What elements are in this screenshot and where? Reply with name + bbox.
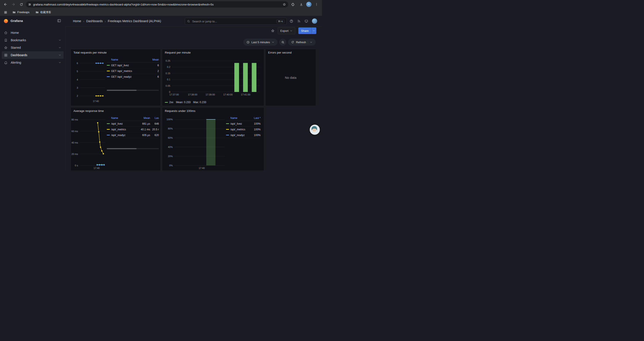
share-button[interactable]: Share bbox=[298, 28, 311, 34]
legend-row: /api/_readyz 100% bbox=[226, 132, 260, 138]
svg-text:0%: 0% bbox=[169, 164, 173, 167]
menu-kebab-icon[interactable] bbox=[313, 1, 320, 8]
legend-col-last[interactable]: Last * bbox=[250, 117, 260, 120]
sidebar-item-bookmarks[interactable]: Bookmarks bbox=[2, 37, 64, 44]
line-chart: 80 ms60 ms40 ms20 ms0 s17:40 bbox=[71, 115, 107, 171]
chevron-down-icon[interactable] bbox=[58, 46, 62, 49]
chevron-down-icon bbox=[272, 41, 274, 44]
series-name[interactable]: /api/_readyz bbox=[111, 134, 136, 137]
reload-icon[interactable] bbox=[18, 1, 24, 8]
time-range-picker[interactable]: Last 5 minutes bbox=[243, 39, 278, 46]
search-input[interactable] bbox=[192, 20, 275, 23]
bookmark-icon bbox=[4, 38, 8, 42]
svg-text:80%: 80% bbox=[168, 127, 173, 130]
legend-row: /api/_metrics 100% bbox=[226, 127, 260, 132]
series-name[interactable]: GET /api/_livez bbox=[111, 64, 147, 67]
svg-text:20%: 20% bbox=[168, 155, 173, 158]
legend-scrollbar[interactable] bbox=[107, 148, 159, 149]
series-name[interactable]: /api/_metrics bbox=[230, 128, 250, 131]
chevron-down-icon[interactable] bbox=[58, 39, 62, 42]
legend-col-name[interactable]: Name bbox=[226, 117, 250, 120]
sidebar-item-label: Dashboards bbox=[11, 53, 28, 57]
sidebar-toggle-icon[interactable] bbox=[57, 19, 61, 23]
bell-icon bbox=[4, 61, 8, 65]
chevron-down-icon[interactable] bbox=[310, 41, 312, 44]
series-mean: 661 µs bbox=[136, 122, 150, 125]
legend-col-mean[interactable]: Mean bbox=[147, 58, 159, 61]
series-color-dash bbox=[107, 135, 110, 135]
apps-grid-icon[interactable] bbox=[3, 10, 8, 15]
help-icon[interactable] bbox=[290, 19, 293, 23]
series-name[interactable]: /api/_readyz bbox=[230, 134, 250, 137]
export-button[interactable]: Export bbox=[278, 27, 296, 34]
legend-col-last[interactable]: Las bbox=[150, 117, 159, 120]
search-icon bbox=[187, 20, 190, 23]
forward-icon[interactable] bbox=[10, 1, 17, 8]
floating-avatar[interactable] bbox=[310, 125, 320, 135]
share-menu-caret[interactable] bbox=[311, 28, 316, 34]
bookmark-folder-freeleaps[interactable]: Freeleaps bbox=[10, 10, 31, 15]
series-legend-item[interactable]: 2xx bbox=[165, 101, 174, 104]
sidebar-item-starred[interactable]: Starred bbox=[2, 44, 64, 51]
tune-icon[interactable] bbox=[28, 3, 31, 6]
legend-col-name[interactable]: Name bbox=[107, 58, 147, 61]
series-last: 100% bbox=[250, 134, 260, 137]
svg-text:3: 3 bbox=[77, 87, 78, 89]
series-color-dash bbox=[107, 123, 110, 124]
series-last: 20.5 r bbox=[150, 128, 159, 131]
series-name[interactable]: /api/_livez bbox=[111, 122, 136, 125]
user-avatar[interactable] bbox=[312, 19, 317, 24]
series-name[interactable]: GET /api/_metrics bbox=[111, 70, 147, 73]
legend-col-mean[interactable]: Mean bbox=[136, 117, 150, 120]
downloads-icon[interactable] bbox=[298, 1, 304, 8]
breadcrumb-dashboards[interactable]: Dashboards bbox=[86, 19, 103, 23]
panel-title[interactable]: Errors per second bbox=[266, 49, 316, 58]
news-rss-icon[interactable] bbox=[297, 19, 301, 23]
bookmark-star-icon[interactable] bbox=[282, 3, 286, 6]
bookmark-label: Freeleaps bbox=[17, 11, 30, 14]
legend-row: /api/_readyz 605 µs 620 bbox=[107, 132, 159, 138]
header-icons bbox=[290, 16, 317, 26]
sidebar-item-alerting[interactable]: Alerting bbox=[2, 59, 64, 66]
legend-col-name[interactable]: Name bbox=[107, 117, 136, 120]
series-mean: Mean: 0.233 bbox=[176, 101, 191, 104]
profile-avatar[interactable] bbox=[306, 2, 312, 7]
grafana-logo[interactable] bbox=[4, 19, 8, 24]
legend-table: Name Last * /api/_livez 100% /api/_metri… bbox=[226, 115, 260, 138]
series-name[interactable]: GET /api/_readyz bbox=[111, 75, 147, 78]
legend-scrollbar[interactable] bbox=[107, 90, 159, 91]
chevron-down-icon[interactable] bbox=[58, 54, 62, 57]
monitor-icon[interactable] bbox=[304, 19, 308, 23]
breadcrumb-home[interactable]: Home bbox=[73, 19, 81, 23]
svg-text:100%: 100% bbox=[166, 118, 173, 121]
svg-text:17:38:00: 17:38:00 bbox=[188, 93, 197, 96]
zoom-out-icon bbox=[281, 41, 284, 44]
svg-text:17:40: 17:40 bbox=[93, 100, 99, 103]
series-name[interactable]: /api/_metrics bbox=[111, 128, 136, 131]
bookmark-folder-blogs[interactable]: 收藏博客 bbox=[34, 10, 53, 15]
bookmark-label: 收藏博客 bbox=[40, 11, 51, 14]
search-box[interactable]: ⌘+k bbox=[185, 18, 287, 25]
sidebar: Home Bookmarks Starred Dashboards Alerti… bbox=[0, 26, 66, 171]
sidebar-item-home[interactable]: Home bbox=[2, 29, 64, 37]
favorite-star-icon[interactable] bbox=[271, 29, 275, 33]
url-bar[interactable]: grafana.mathmast.com/d/deytv4rwavabkb/fr… bbox=[26, 1, 288, 8]
series-color-dash bbox=[226, 123, 229, 124]
series-last: 100% bbox=[250, 122, 260, 125]
svg-text:6: 6 bbox=[77, 62, 78, 65]
svg-text:4: 4 bbox=[77, 78, 78, 81]
bookmarks-bar: Freeleaps 收藏博客 bbox=[0, 9, 322, 16]
extensions-icon[interactable] bbox=[290, 1, 296, 8]
series-name[interactable]: /api/_livez bbox=[230, 122, 250, 125]
series-color-dash bbox=[107, 76, 110, 77]
chevron-down-icon[interactable] bbox=[58, 61, 62, 64]
refresh-button[interactable]: Refresh bbox=[288, 39, 316, 46]
refresh-label: Refresh bbox=[296, 41, 306, 44]
zoom-out-button[interactable] bbox=[279, 39, 286, 46]
sidebar-item-dashboards[interactable]: Dashboards bbox=[2, 51, 64, 59]
chevron-down-icon bbox=[290, 30, 293, 32]
back-icon[interactable] bbox=[2, 1, 9, 8]
svg-text:0.15: 0.15 bbox=[166, 72, 170, 75]
svg-text:17:41:00: 17:41:00 bbox=[241, 93, 250, 96]
breadcrumb: Home › Dashboards › Freeleaps Metrics Da… bbox=[73, 16, 161, 26]
